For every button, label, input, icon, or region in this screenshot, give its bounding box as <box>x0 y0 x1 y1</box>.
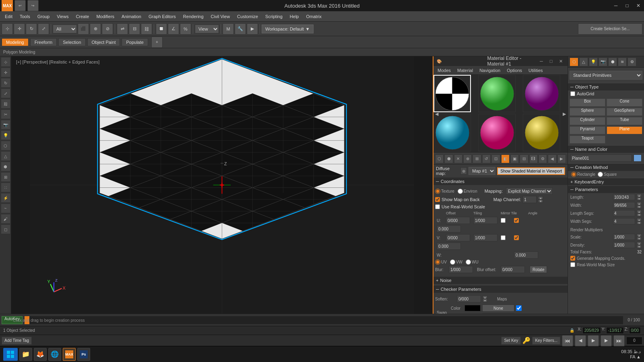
viewport[interactable]: [+] [Perspective] [Realistic + Edged Fac… <box>11 56 433 314</box>
angle-w-input[interactable] <box>514 251 538 259</box>
lt-geo[interactable]: ⬢ <box>1 162 10 171</box>
select-lasso-btn[interactable]: ⊘ <box>102 23 113 35</box>
length-spinner[interactable]: ▲ ▼ <box>637 194 642 200</box>
lt-cam[interactable]: 📷 <box>1 120 10 130</box>
material-ball-scroll-left[interactable]: ◀ <box>435 111 438 117</box>
material-ball-4[interactable] <box>433 114 471 151</box>
lt-dynamics[interactable]: ⚡ <box>1 193 10 203</box>
tab-modeling[interactable]: Modeling <box>2 38 29 46</box>
material-ball-3[interactable] <box>523 75 560 112</box>
me-select-objects[interactable]: ⊕ <box>463 154 472 163</box>
me-minimize[interactable]: ─ <box>538 58 545 65</box>
soften-input[interactable] <box>457 295 481 302</box>
color2-map-btn[interactable]: None <box>482 313 514 314</box>
name-color-header[interactable]: ─ Name and Color <box>568 145 644 153</box>
environ-radio[interactable]: Environ <box>458 189 477 194</box>
me-show-shaded[interactable]: ◧ <box>501 154 510 163</box>
length-segs-spinner[interactable]: ▲ ▼ <box>637 210 642 216</box>
lt-unlink[interactable]: ✂ <box>1 109 10 119</box>
cp-space-btn[interactable]: ≋ <box>618 58 627 66</box>
quick-render-btn[interactable]: ▶ <box>247 23 258 35</box>
autogrid-checkbox[interactable] <box>570 91 575 96</box>
wu-radio[interactable]: WU <box>466 259 479 265</box>
minimize-btn[interactable]: ─ <box>610 0 621 11</box>
select-region-btn[interactable]: ⬛ <box>78 23 89 35</box>
menu-animation[interactable]: Animation <box>118 13 144 20</box>
menu-omatrix[interactable]: Omatrix <box>303 13 325 20</box>
width-down[interactable]: ▼ <box>637 205 642 208</box>
length-up[interactable]: ▲ <box>637 194 642 197</box>
cp-geo-btn[interactable]: ⬡ <box>570 58 578 66</box>
menu-help[interactable]: Help <box>287 13 302 20</box>
me-assign-material[interactable]: ⊞ <box>473 154 481 163</box>
lt-paint[interactable]: 🖌 <box>1 214 10 224</box>
filter-dropdown[interactable]: All <box>53 25 77 33</box>
scale-btn[interactable]: ⤢ <box>38 23 49 35</box>
workspace-dropdown[interactable]: Workspace: Default ▼ <box>262 25 314 33</box>
diffuse-map-dropdown[interactable]: Map #1 <box>469 167 495 175</box>
me-pick-material[interactable]: ✕ <box>454 154 462 163</box>
obj-geosphere[interactable]: GeoSphere <box>607 108 642 116</box>
map-channel-up[interactable]: ▲ <box>538 196 543 200</box>
scale-up[interactable]: ▲ <box>637 234 642 237</box>
prev-frame-btn[interactable]: ⏮ <box>562 335 573 346</box>
lt-scale[interactable]: ⤢ <box>1 88 10 98</box>
me-menu-material[interactable]: Material <box>455 67 475 74</box>
width-segs-spinner[interactable]: ▲ ▼ <box>637 218 642 224</box>
link-btn[interactable]: ⛓ <box>141 23 152 35</box>
tab-object-paint[interactable]: Object Paint <box>87 38 120 46</box>
soften-up[interactable]: ▲ <box>483 296 487 299</box>
timeline[interactable] <box>24 316 624 325</box>
lt-spline[interactable]: ~ <box>1 204 10 213</box>
density-spinner[interactable]: ▲ ▼ <box>637 242 642 248</box>
me-make-unique[interactable]: ⊡ <box>491 154 500 163</box>
rotate-btn[interactable]: ↻ <box>26 23 37 35</box>
vw-radio[interactable]: VW <box>450 259 462 265</box>
menu-modifiers[interactable]: Modifiers <box>93 13 118 20</box>
menu-views[interactable]: Views <box>54 13 72 20</box>
me-options[interactable]: ⚙ <box>539 154 547 163</box>
percent-snap-btn[interactable]: % <box>180 23 191 35</box>
show-map-checkbox[interactable] <box>435 197 440 202</box>
checker-section-header[interactable]: ─ Checker Parameters <box>433 286 568 293</box>
angle-u-input[interactable] <box>437 225 461 232</box>
blur-input[interactable] <box>449 266 473 273</box>
lt-select[interactable]: ⊹ <box>1 57 10 67</box>
menu-group[interactable]: Group <box>34 13 53 20</box>
angle-snap-btn[interactable]: ∠ <box>168 23 179 35</box>
uv-radio[interactable]: UV <box>435 259 447 265</box>
select-object-btn[interactable]: ⊕ <box>90 23 101 35</box>
width-up[interactable]: ▲ <box>637 202 642 205</box>
lt-particles[interactable]: ∷ <box>1 183 10 192</box>
obj-pyramid[interactable]: Pyramid <box>570 126 605 134</box>
move-btn[interactable]: ✛ <box>14 23 25 35</box>
cp-helper-btn[interactable]: ⬢ <box>608 58 617 66</box>
redo-btn[interactable]: ↪ <box>27 0 39 11</box>
menu-scripting[interactable]: Scripting <box>262 13 286 20</box>
view-dropdown[interactable]: View <box>195 25 219 33</box>
width-input[interactable] <box>613 202 635 208</box>
soften-spinner[interactable]: ▲ ▼ <box>483 296 487 302</box>
show-shaded-btn[interactable]: Show Shaded Material in Viewport <box>497 167 565 175</box>
lt-compound[interactable]: ⊞ <box>1 172 10 182</box>
texture-radio[interactable]: Texture <box>435 189 454 194</box>
menu-customize[interactable]: Customize <box>234 13 261 20</box>
length-segs-input[interactable] <box>613 210 635 216</box>
scale-input[interactable] <box>613 234 635 240</box>
width-segs-down[interactable]: ▼ <box>637 221 642 224</box>
noise-section-header[interactable]: + Noise <box>433 277 568 284</box>
material-ball-6[interactable] <box>523 114 560 151</box>
close-btn[interactable]: ✕ <box>633 0 644 11</box>
auto-key-btn[interactable]: AutoKey <box>2 316 23 324</box>
taskbar-photoshop[interactable]: Ps <box>77 348 90 361</box>
map-channel-input[interactable] <box>522 196 537 203</box>
obj-tube[interactable]: Tube <box>607 117 642 125</box>
material-editor-btn[interactable]: M <box>223 23 234 35</box>
diffuse-map-picker[interactable]: ⊕ <box>460 167 467 175</box>
me-show-end[interactable]: ⊟ <box>520 154 528 163</box>
frame-input[interactable] <box>626 337 642 345</box>
mapping-dropdown[interactable]: Explicit Map Channel <box>506 187 553 195</box>
menu-civil-view[interactable]: Civil View <box>208 13 233 20</box>
material-ball-2[interactable] <box>478 75 516 112</box>
me-close[interactable]: ✕ <box>557 58 564 65</box>
